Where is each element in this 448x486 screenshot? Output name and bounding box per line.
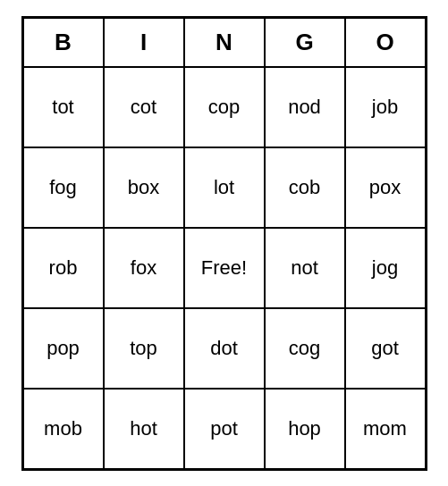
cell-4-1: pop [23,308,104,389]
row-4: pop top dot cog got [23,308,426,389]
cell-5-3: pot [184,389,265,469]
cell-1-1: tot [23,67,104,147]
cell-3-3: Free! [184,228,265,308]
header-i: I [104,18,184,67]
cell-3-2: fox [104,228,184,308]
row-3: rob fox Free! not jog [23,228,426,308]
row-1: tot cot cop nod job [23,67,426,147]
cell-4-4: cog [265,308,345,389]
header-n: N [184,18,265,67]
cell-2-2: box [104,147,184,228]
cell-2-5: pox [345,147,426,228]
cell-5-1: mob [23,389,104,469]
cell-1-5: job [345,67,426,147]
cell-1-3: cop [184,67,265,147]
cell-4-5: got [345,308,426,389]
cell-5-5: mom [345,389,426,469]
header-b: B [23,18,104,67]
cell-1-2: cot [104,67,184,147]
cell-3-1: rob [23,228,104,308]
header-row: B I N G O [23,18,426,67]
cell-2-4: cob [265,147,345,228]
cell-2-3: lot [184,147,265,228]
cell-3-5: jog [345,228,426,308]
row-5: mob hot pot hop mom [23,389,426,469]
header-o: O [345,18,426,67]
row-2: fog box lot cob pox [23,147,426,228]
cell-4-2: top [104,308,184,389]
cell-4-3: dot [184,308,265,389]
cell-3-4: not [265,228,345,308]
cell-5-4: hop [265,389,345,469]
bingo-card: B I N G O tot cot cop nod job fog box lo… [21,16,427,471]
cell-5-2: hot [104,389,184,469]
header-g: G [265,18,345,67]
cell-1-4: nod [265,67,345,147]
cell-2-1: fog [23,147,104,228]
